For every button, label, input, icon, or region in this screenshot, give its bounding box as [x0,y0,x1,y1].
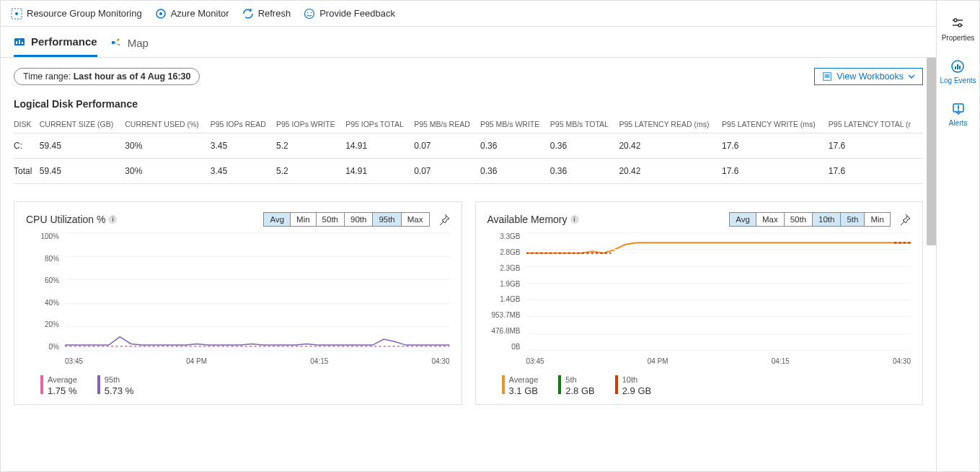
alerts-icon [951,102,966,116]
info-icon[interactable]: i [108,215,117,224]
table-header: P95 IOPs TOTAL [345,115,414,134]
refresh-icon [242,8,254,19]
azure-monitor-icon [155,8,167,19]
svg-rect-10 [22,42,23,44]
table-header: P95 MB/s READ [414,115,480,134]
svg-point-1 [15,12,18,15]
scrollbar-thumb[interactable] [927,58,936,245]
svg-rect-8 [16,41,17,44]
toggle-option[interactable]: Avg [264,213,291,226]
table-header: P95 LATENCY WRITE (ms) [722,115,829,134]
toggle-option[interactable]: 50th [317,213,345,226]
svg-point-6 [311,12,312,13]
toggle-option[interactable]: 5th [841,213,865,226]
svg-point-11 [112,41,115,44]
svg-rect-18 [825,77,830,77]
svg-point-4 [305,9,314,18]
disk-performance-table: DISKCURRENT SIZE (GB)CURRENT USED (%)P95… [14,115,923,184]
table-row: Total59.4530%3.455.214.910.070.360.3620.… [14,159,923,184]
tab-map[interactable]: Map [110,35,149,57]
svg-point-20 [954,19,957,22]
pin-icon[interactable] [438,214,450,225]
legend-item: Average1.75 % [40,375,77,397]
svg-rect-24 [955,66,956,69]
memory-chart-card: Available Memory i AvgMax50th10th5thMin … [475,201,924,405]
table-header: P95 MB/s WRITE [480,115,550,134]
toggle-option[interactable]: 50th [785,213,813,226]
toggle-option[interactable]: Avg [730,213,756,226]
time-range-selector[interactable]: Time range: Last hour as of 4 Aug 16:30 [14,68,200,85]
table-header: CURRENT USED (%) [125,115,211,134]
svg-rect-26 [959,66,961,69]
table-row: C:59.4530%3.455.214.910.070.360.3620.421… [14,134,923,159]
sliders-icon [950,17,965,31]
table-header: P95 LATENCY TOTAL (r [829,115,923,134]
table-header: DISK [14,115,40,134]
toggle-option[interactable]: Min [865,213,890,226]
svg-point-5 [307,12,309,13]
view-workbooks-button[interactable]: View Workbooks [814,68,923,85]
svg-rect-25 [957,64,958,69]
legend-item: Average3.1 GB [502,375,539,397]
svg-rect-17 [825,74,830,75]
workbook-icon [822,71,832,82]
toggle-option[interactable]: 95th [373,213,401,226]
toggle-option[interactable]: Min [291,213,317,226]
svg-rect-9 [19,40,20,44]
properties-button[interactable]: Properties [942,17,975,42]
performance-icon [14,36,25,48]
memory-plot: 3.3GB2.8GB2.3GB1.9GB1.4GB953.7MB476.8MB0… [487,232,911,370]
content-area: Time range: Last hour as of 4 Aug 16:30 … [1,58,936,471]
svg-point-22 [958,24,961,27]
disk-section-title: Logical Disk Performance [14,98,923,110]
legend-item: 95th5.73 % [97,375,133,397]
resource-group-monitoring-link[interactable]: Resource Group Monitoring [11,8,142,19]
table-header: P95 IOPs WRITE [276,115,345,134]
info-icon[interactable]: i [570,215,579,224]
monitor-icon [11,8,22,19]
map-icon [110,37,122,48]
legend-item: 10th2.9 GB [615,375,651,397]
cpu-chart-title: CPU Utilization % i [26,214,117,225]
memory-chart-title: Available Memory i [487,214,579,225]
legend-item: 5th2.8 GB [558,375,594,397]
cpu-percentile-toggle[interactable]: AvgMin50th90th95thMax [263,212,429,227]
table-header: P95 LATENCY READ (ms) [619,115,722,134]
svg-point-3 [159,12,162,15]
table-header: P95 MB/s TOTAL [550,115,619,134]
azure-monitor-link[interactable]: Azure Monitor [155,8,229,19]
toggle-option[interactable]: 90th [345,213,373,226]
toggle-option[interactable]: 10th [813,213,841,226]
chevron-down-icon [908,73,915,80]
svg-point-29 [958,110,959,111]
table-header: CURRENT SIZE (GB) [40,115,125,134]
tab-performance[interactable]: Performance [14,35,97,57]
cpu-chart-card: CPU Utilization % i AvgMin50th90th95thMa… [14,201,462,405]
svg-line-15 [115,43,118,45]
log-events-icon [950,59,965,74]
alerts-button[interactable]: Alerts [949,102,968,127]
feedback-button[interactable]: Provide Feedback [304,8,395,19]
cpu-plot: 100%80%60%40%20%0% 03:4504 PM04:1504:30 [26,232,450,370]
refresh-button[interactable]: Refresh [242,8,291,19]
pin-icon[interactable] [899,214,911,225]
svg-line-14 [115,40,118,43]
toggle-option[interactable]: Max [756,213,785,226]
log-events-button[interactable]: Log Events [940,59,976,84]
right-rail: Properties Log Events Alerts [936,1,979,471]
toolbar: Resource Group Monitoring Azure Monitor … [1,1,936,27]
toggle-option[interactable]: Max [402,213,429,226]
table-header: P95 IOPs READ [211,115,276,134]
tabs: Performance Map [1,27,936,58]
memory-percentile-toggle[interactable]: AvgMax50th10th5thMin [729,212,891,227]
smile-icon [304,8,315,19]
